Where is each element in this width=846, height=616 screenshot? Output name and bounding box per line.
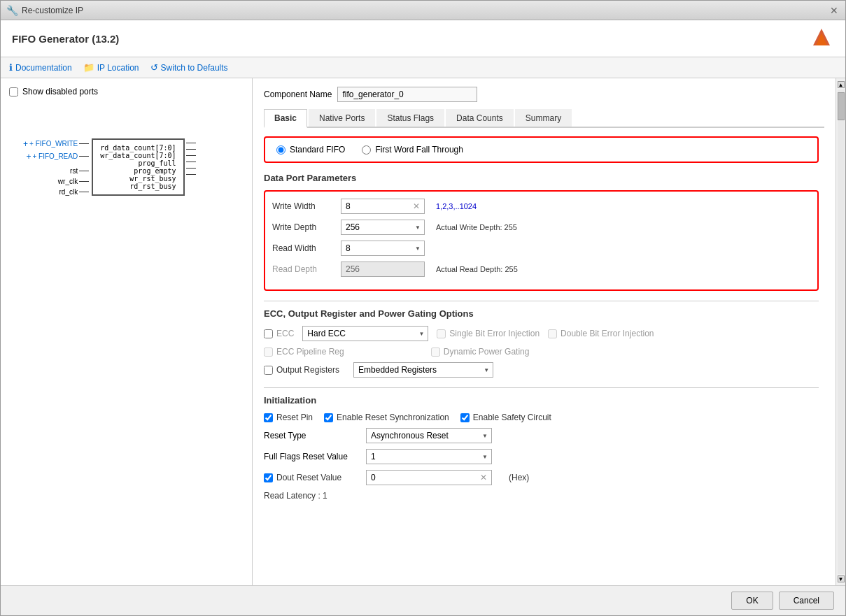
dout-reset-checkbox-label[interactable]: Dout Reset Value bbox=[264, 473, 355, 482]
rdclk-line bbox=[79, 192, 89, 192]
ecc-pipeline-checkbox[interactable] bbox=[264, 348, 273, 357]
read-width-select[interactable]: 81632 bbox=[341, 241, 425, 256]
wr-rst-busy: wr_rst_busy bbox=[100, 175, 176, 182]
cancel-button[interactable]: Cancel bbox=[779, 592, 834, 610]
fifo-read-plus: + bbox=[26, 152, 31, 162]
switch-defaults-link[interactable]: ↺ Switch to Defaults bbox=[150, 62, 228, 73]
output-reg-dropdown[interactable]: Embedded RegistersFabric Registers bbox=[353, 362, 493, 378]
close-button[interactable]: ✕ bbox=[829, 5, 840, 16]
prog-full-line bbox=[186, 155, 196, 156]
ecc-dropdown-wrap: Hard ECCSoft ECCNo ECC bbox=[302, 326, 428, 341]
single-bit-label[interactable]: Single Bit Error Injection bbox=[437, 329, 540, 338]
write-width-label: Write Width bbox=[272, 201, 335, 211]
refresh-icon: ↺ bbox=[150, 62, 158, 73]
read-latency: Read Latency : 1 bbox=[264, 491, 819, 501]
full-flags-select[interactable]: 10 bbox=[366, 449, 492, 464]
ecc-pipeline-row: ECC Pipeline Reg Dynamic Power Gating bbox=[264, 347, 819, 357]
footer: OK Cancel bbox=[1, 585, 845, 615]
wrclk-label: wr_clk bbox=[58, 178, 78, 185]
single-bit-checkbox[interactable] bbox=[437, 329, 446, 338]
dynamic-power-text: Dynamic Power Gating bbox=[444, 347, 530, 357]
hex-label: (Hex) bbox=[509, 473, 529, 482]
ok-button[interactable]: OK bbox=[731, 592, 773, 610]
ecc-divider bbox=[264, 301, 819, 301]
dout-reset-label: Dout Reset Value bbox=[276, 473, 341, 482]
full-flags-row: Full Flags Reset Value 10 bbox=[264, 449, 819, 464]
show-disabled-checkbox[interactable] bbox=[9, 87, 18, 96]
show-disabled-label: Show disabled ports bbox=[22, 87, 98, 96]
reset-type-select[interactable]: Asynchronous ResetSynchronous Reset bbox=[366, 428, 492, 443]
initialization-section: Initialization Reset Pin Enable Reset Sy… bbox=[264, 387, 819, 501]
tab-native-ports[interactable]: Native Ports bbox=[309, 109, 375, 127]
enable-reset-sync-text: Enable Reset Synchronization bbox=[337, 413, 449, 422]
fifo-read-line bbox=[79, 156, 89, 157]
standard-fifo-option[interactable]: Standard FIFO bbox=[276, 145, 345, 155]
enable-safety-checkbox[interactable] bbox=[460, 413, 470, 422]
scroll-down-button[interactable]: ▼ bbox=[838, 575, 845, 582]
right-scrollbar[interactable]: ▲ ▼ bbox=[836, 78, 845, 585]
double-bit-checkbox[interactable] bbox=[548, 329, 557, 338]
fifo-write-plus: + bbox=[23, 139, 28, 149]
component-name-label: Component Name bbox=[264, 89, 332, 99]
standard-fifo-radio[interactable] bbox=[276, 145, 285, 155]
first-word-option[interactable]: First Word Fall Through bbox=[362, 145, 463, 155]
double-bit-label[interactable]: Double Bit Error Injection bbox=[548, 329, 654, 338]
scroll-up-button[interactable]: ▲ bbox=[838, 81, 845, 88]
standard-fifo-label: Standard FIFO bbox=[290, 145, 345, 155]
toolbar: ℹ Documentation 📁 IP Location ↺ Switch t… bbox=[1, 57, 845, 78]
right-panel: Component Name Basic Native Ports Status… bbox=[253, 78, 836, 585]
wr-data-line bbox=[186, 149, 196, 150]
init-title: Initialization bbox=[264, 395, 819, 406]
read-depth-value: 256 bbox=[341, 262, 425, 277]
scroll-thumb[interactable] bbox=[838, 92, 845, 120]
switch-defaults-label: Switch to Defaults bbox=[161, 63, 228, 73]
tab-data-counts[interactable]: Data Counts bbox=[446, 109, 514, 127]
ecc-checkbox[interactable] bbox=[264, 329, 273, 338]
component-name-row: Component Name bbox=[264, 87, 824, 102]
output-reg-checkbox-label[interactable]: Output Registers bbox=[264, 365, 339, 375]
dout-reset-input[interactable] bbox=[371, 473, 480, 482]
first-word-radio[interactable] bbox=[362, 145, 371, 155]
enable-safety-label[interactable]: Enable Safety Circuit bbox=[460, 413, 551, 422]
reset-pin-checkbox[interactable] bbox=[264, 413, 273, 422]
tab-basic[interactable]: Basic bbox=[264, 109, 307, 128]
component-name-input[interactable] bbox=[337, 87, 477, 102]
fifo-write-signal: + + FIFO_WRITE bbox=[23, 139, 89, 149]
ecc-label: ECC bbox=[276, 329, 294, 338]
dynamic-power-label[interactable]: Dynamic Power Gating bbox=[431, 347, 530, 357]
read-depth-row: Read Depth 256 Actual Read Depth: 255 bbox=[272, 262, 810, 277]
ecc-dropdown[interactable]: Hard ECCSoft ECCNo ECC bbox=[302, 326, 428, 341]
write-width-input[interactable]: 8 ✕ bbox=[341, 199, 425, 214]
dynamic-power-checkbox[interactable] bbox=[431, 348, 440, 357]
write-depth-row: Write Depth 2565121024 Actual Write Dept… bbox=[272, 220, 810, 235]
ip-location-label: IP Location bbox=[97, 63, 139, 73]
actual-read-depth: Actual Read Depth: 255 bbox=[436, 265, 518, 273]
write-depth-select[interactable]: 2565121024 bbox=[341, 220, 425, 235]
output-reg-checkbox[interactable] bbox=[264, 366, 273, 375]
init-checkboxes-row: Reset Pin Enable Reset Synchronization E… bbox=[264, 413, 819, 422]
fifo-type-section: Standard FIFO First Word Fall Through bbox=[264, 136, 819, 163]
ecc-main-row: ECC Hard ECCSoft ECCNo ECC Single Bit Er… bbox=[264, 326, 819, 341]
reset-pin-label[interactable]: Reset Pin bbox=[264, 413, 313, 422]
data-port-grid: Write Width 8 ✕ 1,2,3,..1024 Write Depth bbox=[264, 190, 819, 291]
ecc-checkbox-label[interactable]: ECC bbox=[264, 329, 294, 338]
right-signals bbox=[185, 138, 196, 196]
write-width-clear[interactable]: ✕ bbox=[413, 201, 420, 211]
enable-reset-sync-label[interactable]: Enable Reset Synchronization bbox=[324, 413, 449, 422]
ecc-pipeline-label[interactable]: ECC Pipeline Reg bbox=[264, 347, 344, 357]
folder-icon: 📁 bbox=[83, 62, 94, 73]
dout-reset-checkbox[interactable] bbox=[264, 473, 273, 482]
dout-reset-clear[interactable]: ✕ bbox=[480, 473, 487, 482]
fifo-read-label: + FIFO_READ bbox=[32, 152, 78, 160]
enable-safety-text: Enable Safety Circuit bbox=[473, 413, 551, 422]
vivado-logo bbox=[809, 26, 834, 51]
ip-location-link[interactable]: 📁 IP Location bbox=[83, 62, 139, 73]
tab-summary[interactable]: Summary bbox=[515, 109, 572, 127]
tab-status-flags[interactable]: Status Flags bbox=[376, 109, 444, 127]
enable-reset-sync-checkbox[interactable] bbox=[324, 413, 333, 422]
double-bit-text: Double Bit Error Injection bbox=[561, 329, 654, 338]
documentation-link[interactable]: ℹ Documentation bbox=[9, 62, 72, 73]
rd-data-count: rd_data_count[7:0] bbox=[100, 144, 176, 152]
tab-content: Standard FIFO First Word Fall Through Da… bbox=[264, 136, 824, 577]
schematic-container: + + FIFO_WRITE + + FIFO_READ rst bbox=[23, 138, 244, 196]
